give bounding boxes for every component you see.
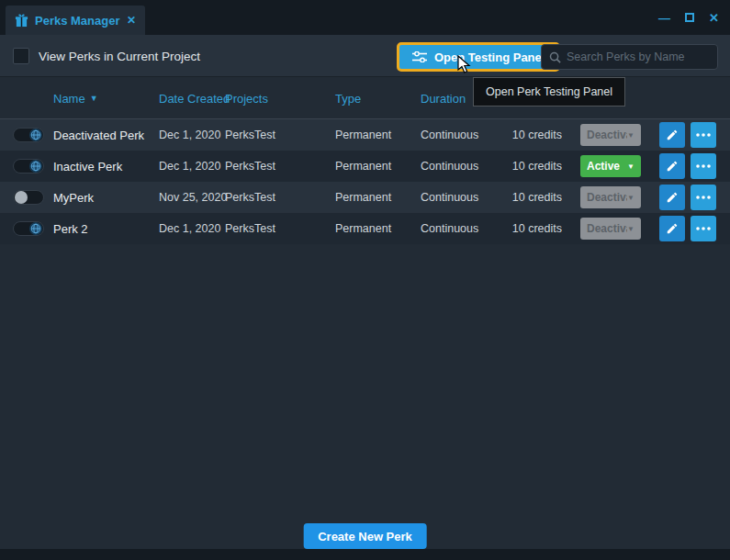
column-header-date-created[interactable]: Date Created [159,77,230,119]
edit-perk-button[interactable] [659,122,685,148]
perks-manager-window: Perks Manager ✕ — ✕ View Perks in Curren… [0,0,730,560]
perk-type: Permanent [335,222,391,235]
perk-status-label: Deactiva [587,222,627,235]
ellipsis-icon [696,227,711,230]
perk-row: Inactive Perk Dec 1, 2020 PerksTest Perm… [0,151,730,182]
view-current-project-label: View Perks in Current Project [39,35,200,77]
globe-icon [29,160,42,173]
edit-perk-button[interactable] [659,216,685,241]
chevron-down-icon: ▼ [627,131,635,140]
tooltip: Open Perk Testing Panel [473,77,625,106]
ellipsis-icon [696,133,711,137]
minimize-icon[interactable]: — [658,12,670,24]
column-header-name[interactable]: Name ▼ [53,77,98,119]
perk-toggle[interactable] [13,190,44,205]
perk-cost: 10 credits [496,191,562,204]
edit-perk-button[interactable] [659,153,685,179]
perk-date: Nov 25, 2020 [159,191,227,204]
perk-duration: Continuous [421,222,478,235]
perk-name: MyPerk [53,191,94,205]
edit-perk-button[interactable] [659,185,685,210]
perk-name: Perk 2 [53,222,88,236]
perk-status-label: Deactiva [587,191,627,204]
search-box [541,44,718,70]
perk-toggle[interactable] [13,221,44,236]
globe-icon [29,222,42,235]
perk-duration: Continuous [421,191,478,204]
column-header-name-label: Name [53,92,85,106]
more-options-button[interactable] [691,185,716,210]
create-new-perk-button[interactable]: Create New Perk [303,523,427,549]
perk-row: MyPerk Nov 25, 2020 PerksTest Permanent … [0,182,730,213]
perk-project: PerksTest [225,129,275,141]
perk-name: Deactivated Perk [53,129,144,142]
view-current-project-checkbox[interactable] [13,48,29,64]
perk-cost: 10 credits [496,129,562,141]
tab-perks-manager[interactable]: Perks Manager ✕ [6,6,145,35]
perk-project: PerksTest [225,222,275,235]
perk-duration: Continuous [421,160,478,173]
perk-type: Permanent [335,129,391,141]
column-header-duration[interactable]: Duration [421,77,466,119]
window-close-icon[interactable]: ✕ [709,12,719,24]
perk-toggle[interactable] [13,128,44,142]
search-input[interactable] [567,50,714,63]
open-testing-panel-label: Open Testing Panel [434,50,545,64]
more-options-button[interactable] [691,216,716,241]
perk-status-label: Deactiva [587,129,627,141]
column-header-type[interactable]: Type [335,77,361,119]
perk-row: Perk 2 Dec 1, 2020 PerksTest Permanent C… [0,213,730,244]
chevron-down-icon: ▼ [627,194,635,202]
perk-type: Permanent [335,160,391,173]
tab-title: Perks Manager [35,14,120,28]
chevron-down-icon: ▼ [627,225,635,233]
search-icon [549,51,561,63]
perk-status-dropdown[interactable]: Deactiva ▼ [580,218,641,240]
ellipsis-icon [696,164,711,168]
pencil-icon [666,129,679,141]
testing-panel-icon [412,51,427,62]
window-controls: — ✕ [658,0,719,35]
perk-project: PerksTest [225,191,275,204]
tab-close-icon[interactable]: ✕ [127,14,136,27]
more-options-button[interactable] [691,122,716,148]
perk-date: Dec 1, 2020 [159,160,220,173]
gift-icon [15,14,28,28]
perk-status-dropdown[interactable]: Deactiva ▼ [580,186,641,208]
pencil-icon [666,191,679,204]
column-header-projects[interactable]: Projects [225,77,268,119]
pencil-icon [666,222,679,235]
maximize-icon[interactable] [685,13,694,22]
ellipsis-icon [696,196,711,199]
pencil-icon [666,160,679,173]
perk-row: Deactivated Perk Dec 1, 2020 PerksTest P… [0,119,730,151]
more-options-button[interactable] [691,153,716,179]
perk-cost: 10 credits [496,222,562,235]
tab-bar: Perks Manager ✕ — ✕ [0,0,730,35]
sort-caret-icon: ▼ [90,94,98,103]
perk-status-label: Active [587,160,620,173]
perk-date: Dec 1, 2020 [159,129,220,141]
perk-duration: Continuous [421,129,478,141]
open-testing-panel-button[interactable]: Open Testing Panel [397,42,560,72]
toggle-knob [15,191,28,204]
bottom-bar [0,549,730,560]
perk-type: Permanent [335,191,391,204]
perk-cost: 10 credits [496,160,562,173]
perk-toggle[interactable] [13,159,44,174]
perk-status-dropdown[interactable]: Active ▼ [580,155,641,177]
globe-icon [29,129,42,141]
chevron-down-icon: ▼ [627,162,635,171]
perk-name: Inactive Perk [53,160,122,174]
perk-project: PerksTest [225,160,275,173]
perk-status-dropdown[interactable]: Deactiva ▼ [580,124,641,146]
perk-date: Dec 1, 2020 [159,222,220,235]
